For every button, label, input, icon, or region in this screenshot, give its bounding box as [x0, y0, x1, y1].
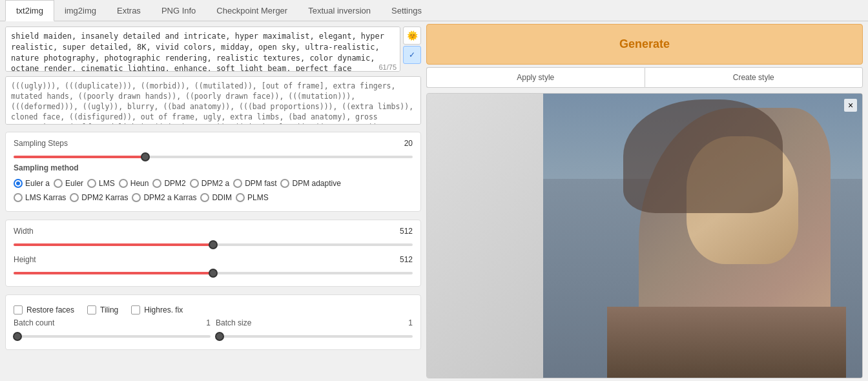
restore-faces-box — [14, 305, 23, 314]
radio-dpm2-a-karras-label: DPM2 a Karras — [143, 193, 196, 202]
radio-euler-label: Euler — [65, 179, 83, 188]
create-style-button[interactable]: Create style — [645, 67, 863, 88]
radio-dpm-adaptive-label: DPM adaptive — [292, 179, 340, 188]
dimensions-controls: Width 512 Height 512 — [5, 220, 421, 287]
batch-size-item: Batch size 1 — [216, 318, 413, 343]
generate-button[interactable]: Generate — [426, 24, 863, 65]
radio-lms-karras-label: LMS Karras — [25, 193, 66, 202]
apply-style-button[interactable]: Apply style — [426, 67, 645, 88]
tab-checkpoint-merger[interactable]: Checkpoint Merger — [206, 0, 298, 21]
char-count: 61/75 — [378, 63, 397, 71]
radio-lms-label: LMS — [99, 179, 115, 188]
tab-png-info[interactable]: PNG Info — [151, 0, 206, 21]
height-label: Height 512 — [14, 255, 413, 264]
radio-dpm-fast-label: DPM fast — [245, 179, 276, 188]
sampling-method-group-2: LMS Karras DPM2 Karras DPM2 a Karras DDI… — [14, 190, 413, 205]
radio-euler[interactable]: Euler — [54, 179, 83, 188]
negative-prompt-textarea[interactable] — [5, 76, 421, 125]
checkbox-icon-btn[interactable]: ✓ — [403, 46, 421, 64]
tiling-checkbox[interactable]: Tiling — [87, 305, 118, 314]
batch-row: Batch count 1 Batch size — [14, 318, 413, 343]
tab-settings[interactable]: Settings — [381, 0, 432, 21]
radio-dpm2-a-karras[interactable]: DPM2 a Karras — [132, 193, 196, 202]
generated-image-area — [543, 94, 862, 378]
batch-size-label: Batch size 1 — [216, 318, 413, 327]
radio-euler-a-label: Euler a — [25, 179, 50, 188]
height-slider[interactable] — [14, 267, 413, 280]
options-controls: Restore faces Tiling Highres. fix — [5, 294, 421, 350]
radio-dpm2-a-label: DPM2 a — [202, 179, 229, 188]
image-panel: × — [426, 93, 863, 378]
sampling-steps-label: Sampling Steps 20 — [14, 139, 413, 148]
radio-plms-label: PLMS — [247, 193, 269, 202]
sampling-steps-slider[interactable] — [14, 150, 413, 163]
width-slider[interactable] — [14, 238, 413, 251]
restore-faces-checkbox[interactable]: Restore faces — [14, 305, 74, 314]
radio-euler-a[interactable]: Euler a — [14, 179, 50, 188]
batch-size-value: 1 — [408, 318, 413, 327]
highres-fix-box — [131, 305, 140, 314]
radio-dpm-adaptive[interactable]: DPM adaptive — [280, 179, 340, 188]
image-close-button[interactable]: × — [844, 99, 857, 112]
radio-dpm2-label: DPM2 — [164, 179, 185, 188]
width-label: Width 512 — [14, 227, 413, 236]
radio-ddim[interactable]: DDIM — [200, 193, 232, 202]
highres-fix-checkbox[interactable]: Highres. fix — [131, 305, 183, 314]
checkbox-row: Restore faces Tiling Highres. fix — [14, 302, 413, 318]
prompt-icons: 🌞 ✓ — [403, 26, 421, 74]
radio-dpm2-karras-label: DPM2 Karras — [81, 193, 128, 202]
generate-section: Generate Apply style Create style — [426, 24, 863, 88]
radio-dpm2[interactable]: DPM2 — [152, 179, 185, 188]
batch-count-slider[interactable] — [14, 330, 211, 343]
tab-bar: txt2img img2img Extras PNG Info Checkpoi… — [0, 0, 868, 21]
check-icon: ✓ — [409, 50, 415, 59]
height-value: 512 — [400, 255, 413, 264]
radio-heun[interactable]: Heun — [119, 179, 149, 188]
image-left-placeholder — [427, 94, 543, 378]
sampling-controls: Sampling Steps 20 Sampling method Euler … — [5, 132, 421, 212]
radio-dpm2-karras[interactable]: DPM2 Karras — [70, 193, 128, 202]
emoji-icon: 🌞 — [407, 30, 418, 41]
sampling-method-group: Euler a Euler LMS Heun — [14, 176, 413, 190]
sampling-method-label: Sampling method — [14, 163, 413, 172]
batch-count-label: Batch count 1 — [14, 318, 211, 327]
batch-count-value: 1 — [206, 318, 211, 327]
tab-extras[interactable]: Extras — [107, 0, 151, 21]
batch-size-slider[interactable] — [216, 330, 413, 343]
restore-faces-label: Restore faces — [26, 305, 74, 314]
tiling-label: Tiling — [100, 305, 118, 314]
tab-textual-inversion[interactable]: Textual inversion — [298, 0, 381, 21]
batch-count-item: Batch count 1 — [14, 318, 211, 343]
style-buttons: Apply style Create style — [426, 67, 863, 88]
positive-prompt-textarea[interactable] — [5, 26, 400, 72]
tab-txt2img[interactable]: txt2img — [5, 0, 54, 21]
sampling-steps-value: 20 — [404, 139, 413, 148]
negative-prompt-section — [5, 76, 421, 127]
radio-lms-karras[interactable]: LMS Karras — [14, 193, 66, 202]
width-value: 512 — [400, 227, 413, 236]
tiling-box — [87, 305, 96, 314]
radio-plms[interactable]: PLMS — [236, 193, 269, 202]
positive-prompt-section: 61/75 🌞 ✓ — [5, 26, 421, 74]
radio-lms[interactable]: LMS — [87, 179, 115, 188]
radio-dpm2-a[interactable]: DPM2 a — [190, 179, 229, 188]
tab-img2img[interactable]: img2img — [54, 0, 107, 21]
emoji-icon-btn[interactable]: 🌞 — [403, 26, 421, 45]
radio-dpm-fast[interactable]: DPM fast — [233, 179, 276, 188]
radio-ddim-label: DDIM — [212, 193, 232, 202]
radio-heun-label: Heun — [130, 179, 149, 188]
highres-fix-label: Highres. fix — [144, 305, 183, 314]
